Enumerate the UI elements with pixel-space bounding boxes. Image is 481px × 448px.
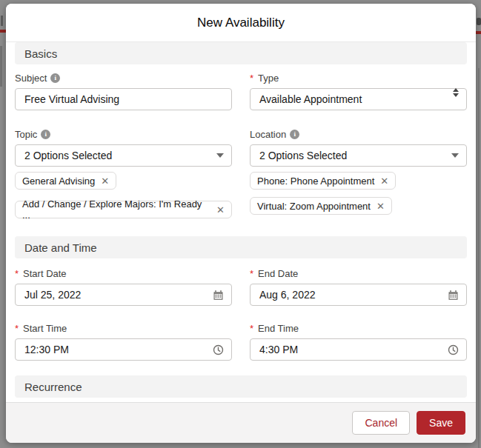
required-asterisk: * (15, 322, 19, 335)
chevron-down-icon (216, 144, 224, 167)
remove-icon[interactable]: ✕ (380, 176, 388, 186)
info-icon[interactable]: i (50, 73, 60, 83)
location-pill-row: Phone: Phone Appointment ✕ (250, 172, 467, 190)
location-multiselect[interactable]: 2 Options Selected (250, 144, 467, 167)
required-asterisk: * (250, 322, 253, 335)
modal-footer: Cancel Save (6, 402, 476, 443)
field-start-date: * Start Date (15, 258, 232, 306)
section-title: Recurrence (24, 381, 82, 393)
new-availability-modal: New Availability Basics Subject i * Type (6, 4, 476, 443)
modal-title: New Availability (197, 16, 285, 30)
topic-pill[interactable]: Add / Change / Explore Majors: I'm Ready… (15, 201, 232, 218)
field-end-time: * End Time (250, 306, 467, 361)
end-date-label: * End Date (250, 267, 467, 280)
field-start-time: * Start Time (15, 306, 232, 361)
row-dates: * Start Date (15, 258, 467, 306)
calendar-icon[interactable] (213, 284, 224, 306)
required-asterisk: * (15, 267, 19, 280)
end-time-input[interactable] (250, 338, 467, 361)
location-label: Location i (250, 128, 467, 141)
required-asterisk: * (250, 72, 253, 84)
background-page-fragment (1, 16, 3, 26)
remove-icon[interactable]: ✕ (101, 176, 109, 186)
section-header-recurrence: Recurrence (15, 375, 467, 398)
type-select[interactable]: Available Appointment (250, 88, 467, 110)
location-pill[interactable]: Virtual: Zoom Appointment ✕ (250, 197, 392, 215)
required-asterisk: * (250, 267, 253, 280)
row-topic-location: Topic i 2 Options Selected General Advis… (15, 110, 467, 218)
section-header-basics: Basics (15, 42, 467, 64)
field-location: Location i 2 Options Selected Phone: Pho… (250, 110, 467, 218)
remove-icon[interactable]: ✕ (216, 205, 225, 215)
end-date-input[interactable] (250, 284, 467, 306)
row-subject-type: Subject i * Type Available Appointment (15, 64, 467, 110)
info-icon[interactable]: i (41, 130, 50, 139)
field-type: * Type Available Appointment (250, 64, 467, 110)
remove-icon[interactable]: ✕ (376, 201, 385, 211)
info-icon[interactable]: i (290, 130, 299, 139)
field-end-date: * End Date (250, 258, 467, 306)
select-spinner-icon (453, 88, 459, 110)
section-title: Date and Time (24, 241, 97, 254)
topic-pill-row: Add / Change / Explore Majors: I'm Ready… (15, 197, 232, 218)
field-subject: Subject i (15, 64, 232, 110)
start-time-label: * Start Time (15, 322, 232, 335)
background-page-fragment (478, 68, 480, 448)
end-time-label: * End Time (250, 322, 467, 335)
cancel-button[interactable]: Cancel (352, 411, 410, 435)
calendar-icon[interactable] (448, 284, 459, 306)
background-page-fragment (0, 46, 2, 87)
row-times: * Start Time * End Time (15, 306, 467, 361)
topic-label: Topic i (15, 128, 232, 141)
modal-header: New Availability (6, 4, 476, 42)
topic-pill[interactable]: General Advising ✕ (15, 172, 116, 190)
location-pill[interactable]: Phone: Phone Appointment ✕ (250, 172, 396, 190)
section-header-date-time: Date and Time (15, 236, 467, 258)
background-page-fragment (477, 18, 481, 25)
save-button[interactable]: Save (417, 411, 465, 435)
start-time-input[interactable] (15, 338, 232, 361)
clock-icon[interactable] (448, 338, 459, 361)
chevron-down-icon (451, 144, 459, 167)
subject-label: Subject i (15, 72, 232, 84)
subject-input[interactable] (15, 88, 232, 110)
field-topic: Topic i 2 Options Selected General Advis… (15, 110, 232, 218)
topic-pill-row: General Advising ✕ (15, 172, 232, 190)
start-date-input[interactable] (15, 284, 232, 306)
start-date-label: * Start Date (15, 267, 232, 280)
background-page-fragment (0, 30, 6, 33)
background-page-fragment (476, 31, 481, 34)
type-label: * Type (250, 72, 467, 84)
clock-icon[interactable] (213, 338, 224, 361)
location-pill-row: Virtual: Zoom Appointment ✕ (250, 197, 467, 215)
section-title: Basics (24, 47, 57, 60)
modal-body: Basics Subject i * Type Av (6, 42, 476, 402)
topic-multiselect[interactable]: 2 Options Selected (15, 144, 232, 167)
